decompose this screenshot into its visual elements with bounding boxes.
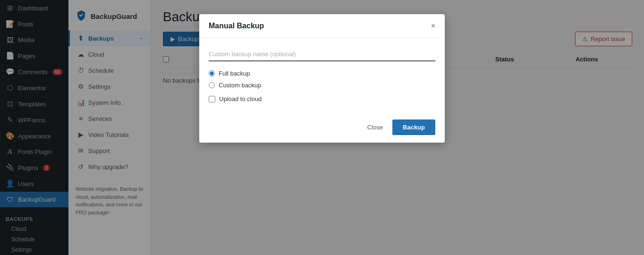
upload-to-cloud-option[interactable]: Upload to cloud <box>209 95 435 102</box>
backup-name-input[interactable] <box>209 48 435 61</box>
backup-type-group: Full backup Custom backup <box>209 70 435 89</box>
custom-backup-option[interactable]: Custom backup <box>209 82 435 89</box>
full-backup-option[interactable]: Full backup <box>209 70 435 77</box>
modal-overlay: Manual Backup × Full backup Custom backu… <box>0 0 644 255</box>
modal-close-button[interactable]: × <box>431 22 435 30</box>
close-modal-button[interactable]: Close <box>363 121 388 134</box>
upload-to-cloud-checkbox[interactable] <box>209 96 215 102</box>
full-backup-radio[interactable] <box>209 70 215 76</box>
modal-footer: Close Backup <box>199 112 445 143</box>
manual-backup-modal: Manual Backup × Full backup Custom backu… <box>199 14 445 143</box>
modal-body: Full backup Custom backup Upload to clou… <box>199 38 445 112</box>
modal-header: Manual Backup × <box>199 14 445 38</box>
start-backup-button[interactable]: Backup <box>392 119 435 135</box>
custom-backup-radio[interactable] <box>209 82 215 88</box>
modal-title: Manual Backup <box>209 22 264 30</box>
